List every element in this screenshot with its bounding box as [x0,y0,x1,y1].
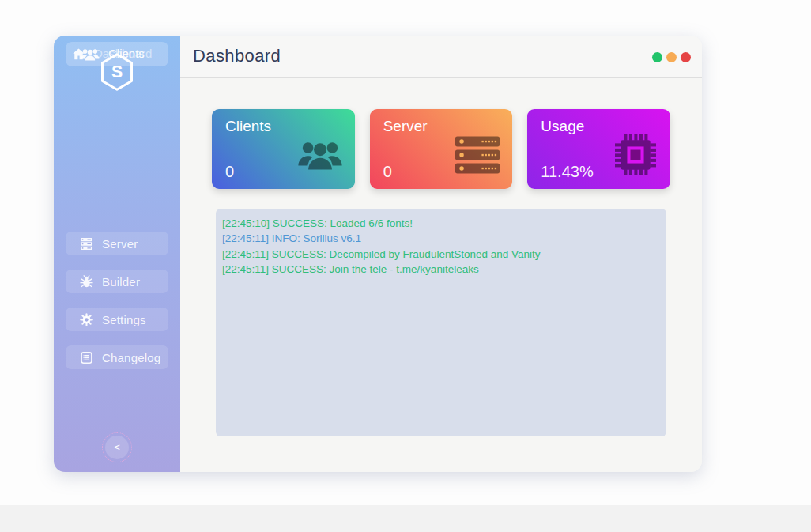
card-clients: Clients0 [212,109,355,189]
sidebar-item-server[interactable]: Server [66,232,168,255]
server-stack-icon [455,134,500,175]
users-group-icon [297,134,343,175]
changelog-icon [79,350,94,365]
card-title: Server [383,118,428,135]
hexagon-s-logo: S [54,52,180,95]
bug-icon [79,274,94,289]
sidebar-item-builder[interactable]: Builder [66,270,168,293]
sidebar-item-label: Changelog [102,351,160,364]
titlebar: Dashboard [180,36,702,78]
sidebar-item-label: Builder [102,275,140,289]
gear-icon [79,312,94,327]
log-line: [22:45:11] SUCCESS: Join the tele - t.me… [222,262,660,277]
sidebar-item-label: Server [102,237,138,251]
card-value: 0 [225,163,234,181]
red-traffic-light[interactable] [681,52,691,62]
main-panel: Dashboard Clients0 Server0 Usage11.43% [180,36,702,472]
card-title: Usage [541,118,584,135]
sidebar-item-changelog[interactable]: Changelog [66,345,168,369]
dashboard-content: Clients0 Server0 Usage11.43% [22:45:10] … [180,78,702,436]
sidebar: Dashboard Clients S Server Builder [54,36,180,472]
traffic-lights [652,52,691,62]
sidebar-item-settings[interactable]: Settings [66,308,168,331]
log-console[interactable]: [22:45:10] SUCCESS: Loaded 6/6 fonts![22… [216,209,666,436]
card-value: 11.43% [541,163,593,181]
log-line: [22:45:11] SUCCESS: Decompiled by Fraudu… [222,247,660,262]
sidebar-menu: Server Builder Settings Changelog [66,232,168,383]
page-title: Dashboard [193,46,281,66]
logo-letter: S [111,62,123,81]
log-line: [22:45:10] SUCCESS: Loaded 6/6 fonts! [222,216,660,231]
card-title: Clients [225,118,271,135]
green-traffic-light[interactable] [652,52,662,62]
cpu-icon [613,134,658,175]
sidebar-collapse-button[interactable]: < [105,436,129,459]
page-background-band [0,505,811,532]
card-server: Server0 [370,109,513,189]
stat-cards: Clients0 Server0 Usage11.43% [180,78,702,189]
sidebar-item-label: Settings [102,313,146,326]
server-icon [79,236,94,251]
orange-traffic-light[interactable] [666,52,677,62]
card-usage: Usage11.43% [527,109,670,189]
log-line: [22:45:11] INFO: Sorillus v6.1 [222,231,660,246]
card-value: 0 [383,163,392,181]
app-window: Dashboard Clients S Server Builder [54,36,702,472]
